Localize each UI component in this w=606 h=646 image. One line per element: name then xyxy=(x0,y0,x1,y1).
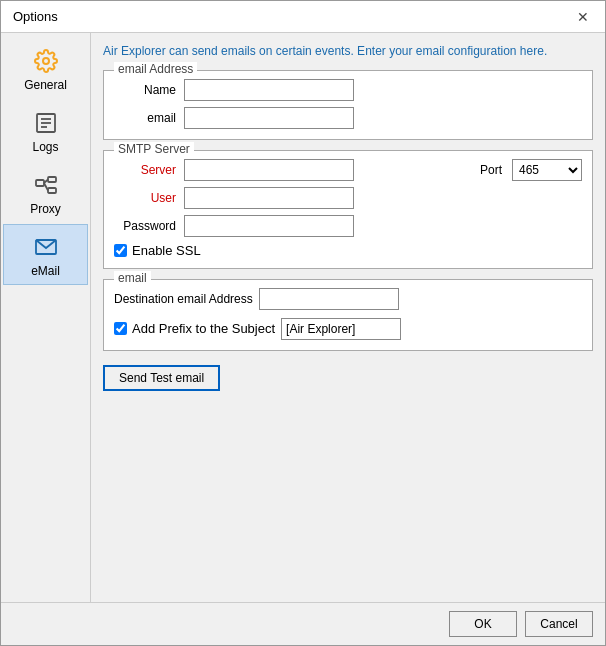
password-row: Password xyxy=(114,215,582,237)
email-options-group-label: email xyxy=(114,271,151,285)
email-icon xyxy=(32,233,60,261)
sidebar-item-general[interactable]: General xyxy=(3,38,88,99)
dest-label: Destination email Address xyxy=(114,292,253,306)
name-label: Name xyxy=(114,83,184,97)
sidebar-proxy-label: Proxy xyxy=(30,202,61,216)
smtp-group: SMTP Server Server Port 465 25 587 2525 xyxy=(103,150,593,269)
email-address-group: email Address Name email xyxy=(103,70,593,140)
password-input[interactable] xyxy=(184,215,354,237)
enable-ssl-label: Enable SSL xyxy=(132,243,201,258)
content-area: General Logs xyxy=(1,33,605,602)
sidebar-email-label: eMail xyxy=(31,264,60,278)
smtp-group-label: SMTP Server xyxy=(114,142,194,156)
email-row: email xyxy=(114,107,582,129)
email-input[interactable] xyxy=(184,107,354,129)
prefix-checkbox[interactable] xyxy=(114,322,127,335)
dest-input[interactable] xyxy=(259,288,399,310)
prefix-label: Add Prefix to the Subject xyxy=(132,321,275,336)
svg-rect-7 xyxy=(48,188,56,193)
options-dialog: Options ✕ General xyxy=(0,0,606,646)
prefix-row: Add Prefix to the Subject xyxy=(114,318,582,340)
dialog-title: Options xyxy=(13,9,58,24)
footer: OK Cancel xyxy=(1,602,605,645)
send-test-button[interactable]: Send Test email xyxy=(103,365,220,391)
svg-line-9 xyxy=(44,183,48,191)
user-label: User xyxy=(114,191,184,205)
svg-rect-5 xyxy=(36,180,44,186)
server-label: Server xyxy=(114,163,184,177)
name-row: Name xyxy=(114,79,582,101)
port-select[interactable]: 465 25 587 2525 xyxy=(512,159,582,181)
port-row: Port 465 25 587 2525 xyxy=(480,159,582,181)
email-address-group-label: email Address xyxy=(114,62,197,76)
sidebar-logs-label: Logs xyxy=(32,140,58,154)
gear-icon xyxy=(32,47,60,75)
prefix-input[interactable] xyxy=(281,318,401,340)
proxy-icon xyxy=(32,171,60,199)
email-options-group: email Destination email Address Add Pref… xyxy=(103,279,593,351)
sidebar-item-proxy[interactable]: Proxy xyxy=(3,162,88,223)
port-label: Port xyxy=(480,163,502,177)
email-label: email xyxy=(114,111,184,125)
ok-button[interactable]: OK xyxy=(449,611,517,637)
server-row: Server Port 465 25 587 2525 xyxy=(114,159,582,181)
enable-ssl-checkbox[interactable] xyxy=(114,244,127,257)
logs-icon xyxy=(32,109,60,137)
password-label: Password xyxy=(114,219,184,233)
svg-point-0 xyxy=(43,58,49,64)
user-row: User xyxy=(114,187,582,209)
sidebar: General Logs xyxy=(1,33,91,602)
cancel-button[interactable]: Cancel xyxy=(525,611,593,637)
server-left: Server xyxy=(114,159,354,181)
server-input[interactable] xyxy=(184,159,354,181)
title-bar: Options ✕ xyxy=(1,1,605,33)
user-input[interactable] xyxy=(184,187,354,209)
sidebar-item-email[interactable]: eMail xyxy=(3,224,88,285)
close-button[interactable]: ✕ xyxy=(573,7,593,27)
name-input[interactable] xyxy=(184,79,354,101)
dest-row: Destination email Address xyxy=(114,288,582,310)
main-panel: Air Explorer can send emails on certain … xyxy=(91,33,605,602)
ssl-row: Enable SSL xyxy=(114,243,582,258)
svg-rect-6 xyxy=(48,177,56,182)
info-text: Air Explorer can send emails on certain … xyxy=(103,43,593,60)
sidebar-general-label: General xyxy=(24,78,67,92)
sidebar-item-logs[interactable]: Logs xyxy=(3,100,88,161)
